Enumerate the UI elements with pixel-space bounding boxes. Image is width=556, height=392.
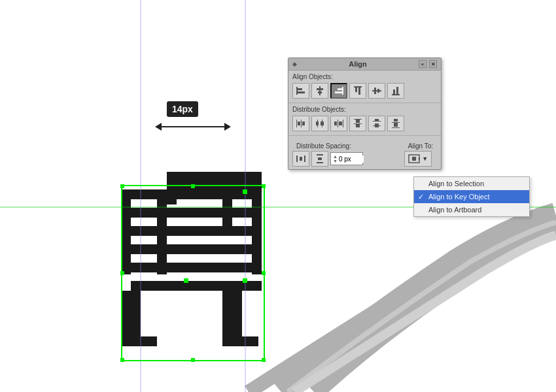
- svg-rect-52: [339, 122, 342, 125]
- svg-rect-4: [121, 263, 262, 272]
- svg-rect-64: [394, 123, 398, 127]
- svg-rect-24: [298, 88, 302, 90]
- svg-rect-9: [131, 281, 262, 291]
- svg-rect-42: [301, 120, 302, 127]
- panel-close-btn[interactable]: ✕: [429, 60, 437, 68]
- svg-rect-54: [354, 123, 362, 124]
- svg-rect-62: [392, 127, 400, 128]
- selection-handle-bm: [191, 358, 195, 362]
- selection-handle-tl: [120, 184, 124, 188]
- svg-rect-47: [316, 122, 319, 125]
- distribute-right-btn[interactable]: [330, 116, 347, 131]
- svg-rect-36: [374, 88, 376, 94]
- svg-rect-32: [354, 86, 362, 88]
- distribute-spacing-label: Distribute Spacing:: [296, 142, 396, 150]
- svg-rect-10: [121, 291, 141, 343]
- align-objects-row: [288, 82, 441, 101]
- svg-rect-22: [184, 278, 188, 283]
- panel-collapse-icon[interactable]: ◆: [292, 61, 297, 67]
- panel-controls: « ✕: [419, 60, 437, 68]
- align-hcenter-btn[interactable]: [311, 83, 328, 99]
- distribute-vcenter-btn[interactable]: [368, 116, 385, 131]
- align-to-dropdown: Align to Selection Align to Key Object A…: [413, 176, 530, 217]
- width-arrow: [160, 126, 226, 127]
- dropdown-item-artboard-text: Align to Artboard: [428, 206, 481, 214]
- svg-rect-63: [394, 119, 398, 122]
- svg-rect-12: [121, 336, 157, 346]
- svg-rect-40: [396, 87, 398, 94]
- distribute-bottom-btn[interactable]: [387, 116, 404, 131]
- svg-rect-37: [377, 89, 379, 93]
- distribute-h-spacing-btn[interactable]: [292, 151, 309, 167]
- svg-rect-8: [252, 189, 262, 274]
- pixel-label: 14px: [167, 101, 198, 117]
- svg-rect-25: [298, 91, 305, 93]
- svg-rect-34: [358, 88, 360, 95]
- dropdown-item-selection-text: Align to Selection: [428, 180, 484, 188]
- svg-rect-38: [392, 94, 400, 95]
- align-left-btn[interactable]: [292, 83, 309, 99]
- align-top-btn[interactable]: [349, 83, 366, 99]
- divider2: [288, 135, 441, 136]
- svg-rect-27: [317, 88, 323, 90]
- svg-rect-53: [354, 119, 362, 120]
- svg-rect-70: [318, 157, 322, 160]
- svg-rect-55: [356, 120, 360, 123]
- align-objects-label: Align Objects:: [292, 73, 437, 80]
- align-vcenter-btn[interactable]: [368, 83, 385, 99]
- divider1: [288, 103, 441, 103]
- align-to-btn[interactable]: ▼: [404, 151, 432, 167]
- selection-handle-br: [262, 358, 266, 362]
- svg-rect-68: [317, 154, 323, 155]
- selection-box: [121, 185, 265, 361]
- distribute-center-h-btn[interactable]: [311, 116, 328, 131]
- svg-rect-30: [338, 88, 342, 90]
- svg-rect-6: [157, 189, 167, 274]
- dropdown-item-artboard[interactable]: Align to Artboard: [414, 203, 529, 216]
- svg-rect-50: [343, 120, 343, 127]
- svg-rect-1: [121, 208, 262, 218]
- bottom-row: Distribute Spacing: ▲▼ Align To:: [288, 137, 441, 169]
- distribute-left-btn[interactable]: [292, 116, 309, 131]
- selection-handle-tr: [262, 184, 266, 188]
- svg-rect-66: [304, 155, 305, 162]
- svg-rect-41: [296, 120, 297, 127]
- svg-rect-69: [317, 162, 323, 163]
- distribute-objects-label: Distribute Objects:: [292, 106, 437, 113]
- svg-rect-21: [243, 278, 247, 283]
- svg-rect-13: [222, 336, 258, 346]
- svg-rect-60: [375, 123, 379, 127]
- dropdown-item-selection[interactable]: Align to Selection: [414, 177, 529, 190]
- selection-handle-tm: [191, 184, 195, 188]
- svg-rect-29: [342, 87, 343, 95]
- svg-rect-20: [243, 189, 247, 194]
- distribute-objects-row: [288, 114, 441, 134]
- panel-collapse-btn[interactable]: «: [419, 60, 426, 68]
- dropdown-item-key-object[interactable]: Align to Key Object: [414, 190, 529, 203]
- svg-rect-44: [302, 122, 305, 125]
- svg-rect-31: [335, 91, 342, 93]
- align-panel: ◆ Align « ✕ Align Objects:: [288, 57, 442, 170]
- spacing-input-wrapper: ▲▼: [330, 152, 363, 165]
- selection-handle-bl: [120, 358, 124, 362]
- svg-rect-2: [121, 226, 262, 236]
- distribute-top-btn[interactable]: [349, 116, 366, 131]
- svg-rect-59: [375, 119, 379, 122]
- spacing-section: Distribute Spacing: ▲▼: [292, 140, 400, 167]
- svg-rect-7: [222, 189, 232, 229]
- align-right-btn[interactable]: [330, 83, 347, 99]
- distribute-v-spacing-btn[interactable]: [311, 151, 328, 167]
- panel-title: Align: [349, 60, 367, 68]
- svg-rect-51: [334, 122, 337, 125]
- selection-handle-ml: [120, 271, 124, 275]
- svg-rect-49: [338, 120, 338, 127]
- svg-rect-5: [121, 189, 131, 274]
- svg-rect-23: [296, 87, 298, 95]
- align-to-section: Align To: ▼: [404, 140, 437, 167]
- dropdown-item-key-object-text: Align to Key Object: [428, 193, 490, 201]
- svg-rect-48: [321, 122, 324, 125]
- align-bottom-btn[interactable]: [387, 83, 404, 99]
- spacing-input[interactable]: [339, 155, 364, 163]
- canvas-area: 14px ◆ Align « ✕ Align Objects:: [0, 0, 556, 392]
- panel-titlebar: ◆ Align « ✕: [288, 58, 441, 71]
